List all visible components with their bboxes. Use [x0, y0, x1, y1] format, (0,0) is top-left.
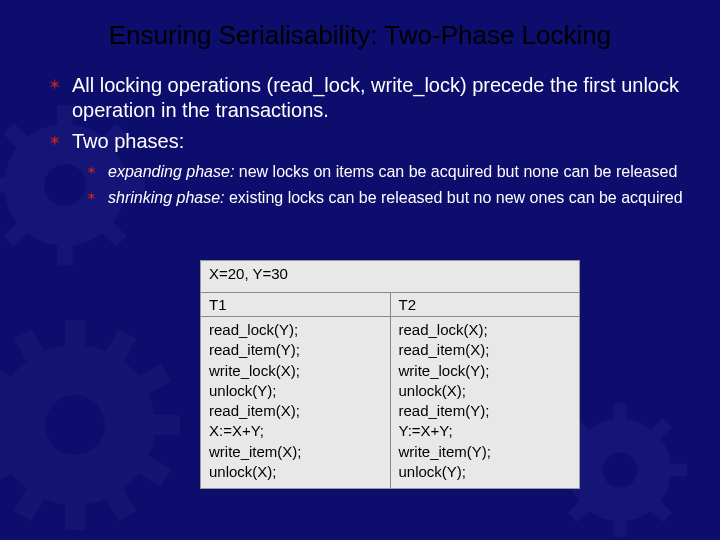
table-cell: write_lock(X);	[209, 361, 382, 381]
transactions-table: X=20, Y=30 T1 T2 read_lock(Y);read_item(…	[200, 260, 580, 489]
table-cell: read_item(X);	[209, 401, 382, 421]
table-header-row: T1 T2	[201, 292, 579, 317]
table-cell: read_item(X);	[399, 340, 572, 360]
sub-bullet-list: expanding phase: new locks on items can …	[86, 162, 690, 208]
table-cell: unlock(X);	[399, 381, 572, 401]
bullet-text: Two phases:	[72, 130, 184, 152]
slide-title: Ensuring Serialisability: Two-Phase Lock…	[30, 20, 690, 51]
table-cell: unlock(X);	[209, 462, 382, 482]
sub-bullet-item: shrinking phase: existing locks can be r…	[86, 188, 690, 208]
table-cell: Y:=X+Y;	[399, 421, 572, 441]
column-t1: read_lock(Y);read_item(Y);write_lock(X);…	[201, 317, 391, 488]
phase-desc: new locks on items can be acquired but n…	[234, 163, 677, 180]
phase-desc: existing locks can be released but no ne…	[225, 189, 683, 206]
phase-name: expanding phase:	[108, 163, 234, 180]
column-header-t1: T1	[201, 293, 391, 316]
table-cell: write_item(Y);	[399, 442, 572, 462]
slide: Ensuring Serialisability: Two-Phase Lock…	[0, 0, 720, 540]
table-cell: read_lock(Y);	[209, 320, 382, 340]
bullet-list: All locking operations (read_lock, write…	[48, 73, 690, 208]
column-header-t2: T2	[391, 293, 580, 316]
table-cell: read_lock(X);	[399, 320, 572, 340]
table-cell: unlock(Y);	[209, 381, 382, 401]
column-t2: read_lock(X);read_item(X);write_lock(Y);…	[391, 317, 580, 488]
table-cell: write_item(X);	[209, 442, 382, 462]
bullet-item: Two phases: expanding phase: new locks o…	[48, 129, 690, 208]
table-initial-values: X=20, Y=30	[201, 261, 579, 292]
bullet-item: All locking operations (read_lock, write…	[48, 73, 690, 123]
table-cell: write_lock(Y);	[399, 361, 572, 381]
table-body: read_lock(Y);read_item(Y);write_lock(X);…	[201, 317, 579, 488]
table-cell: read_item(Y);	[209, 340, 382, 360]
sub-bullet-item: expanding phase: new locks on items can …	[86, 162, 690, 182]
table-cell: read_item(Y);	[399, 401, 572, 421]
phase-name: shrinking phase:	[108, 189, 225, 206]
table-cell: unlock(Y);	[399, 462, 572, 482]
table-cell: X:=X+Y;	[209, 421, 382, 441]
